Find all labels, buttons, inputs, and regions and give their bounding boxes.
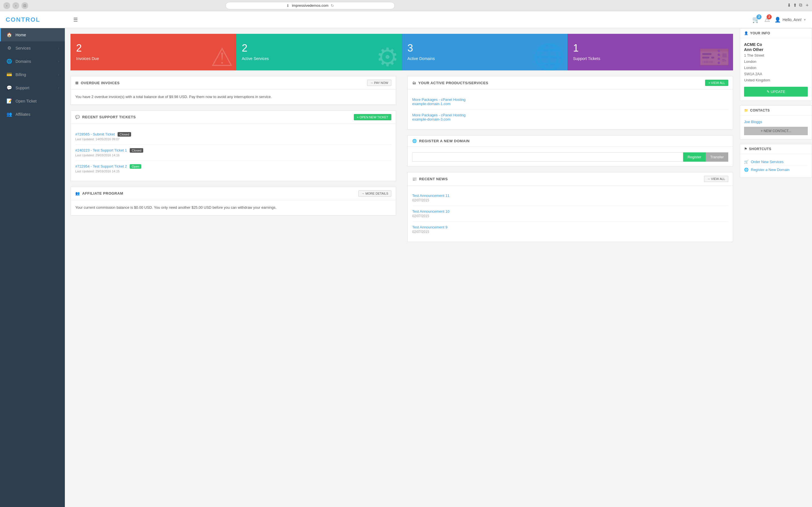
app-logo: CONTROL xyxy=(6,16,70,23)
more-details-button[interactable]: → MORE DETAILS xyxy=(358,190,391,196)
ticket-link-3[interactable]: #722954 - Test Support Ticket 2 xyxy=(75,164,127,168)
user-greeting[interactable]: 👤 Hello, Ann! ▼ xyxy=(774,17,806,23)
affiliate-panel: 👥 AFFILIATE PROGRAM → MORE DETAILS Your … xyxy=(70,187,396,216)
cart-icon-wrap[interactable]: 🛒 2 xyxy=(752,16,760,23)
domain-search-row: Register Transfer xyxy=(412,152,728,162)
stat-card-invoices[interactable]: 2 Invoices Due ⚠ xyxy=(70,34,236,70)
pin-icon[interactable]: ⧉ xyxy=(799,3,802,8)
affiliate-header: 👥 AFFILIATE PROGRAM → MORE DETAILS xyxy=(71,187,396,200)
sidebar-item-affiliates[interactable]: 👥 Affiliates xyxy=(0,108,65,121)
sidebar-label-support: Support xyxy=(15,86,29,90)
tickets-panel-icon: 💬 xyxy=(75,115,80,119)
domains-number: 3 xyxy=(407,42,562,54)
new-contact-button[interactable]: + NEW CONTACT... xyxy=(744,127,808,135)
overdue-invoices-body: You have 2 overdue invoice(s) with a tot… xyxy=(71,90,396,105)
sidebar: 🏠 Home ⚙ Services › 🌐 Domains › 💳 Billin… xyxy=(0,28,65,507)
news-item-1: Test Announcement 11 02/07/2015 xyxy=(412,190,728,206)
your-info-section: 👤 YOUR INFO ACME Co Ann Other 1 The Stre… xyxy=(740,28,812,101)
ticket-link-1[interactable]: #728565 - Submit Ticket xyxy=(75,132,115,136)
user-address: 1 The Street London London SW1A 2AA Unit… xyxy=(744,52,808,83)
view-all-services-button[interactable]: + VIEW ALL xyxy=(705,80,728,86)
active-products-body: More Packages - cPanel Hosting example-d… xyxy=(408,90,733,129)
pocket-icon: ⬇ xyxy=(286,3,290,8)
sidebar-item-support[interactable]: 💬 Support › xyxy=(0,81,65,94)
service-link-1-line2[interactable]: example-domain-1.com xyxy=(412,102,728,106)
service-link-2-line1[interactable]: More Packages - cPanel Hosting xyxy=(412,113,728,117)
hamburger-button[interactable]: ☰ xyxy=(70,15,81,24)
open-new-ticket-button[interactable]: + OPEN NEW TICKET xyxy=(354,114,391,120)
recent-news-header: 📰 RECENT NEWS → VIEW ALL xyxy=(408,172,733,186)
stat-card-domains[interactable]: 3 Active Domains 🌐 xyxy=(402,34,567,70)
pay-now-button[interactable]: → PAY NOW xyxy=(367,80,391,86)
affiliate-body: Your current commission balance is $0.00… xyxy=(71,200,396,215)
ticket-item-2: #240223 - Test Support Ticket 1 Closed L… xyxy=(75,145,391,161)
affiliate-title: 👥 AFFILIATE PROGRAM xyxy=(75,191,123,195)
register-button[interactable]: Register xyxy=(683,152,706,162)
two-col-layout: ⊞ OVERDUE INVOICES → PAY NOW You have 2 … xyxy=(70,76,733,247)
support-tickets-body: #728565 - Submit Ticket Closed Last Upda… xyxy=(71,124,396,181)
support-chevron-icon: › xyxy=(58,86,59,90)
add-icon[interactable]: + xyxy=(806,3,809,8)
sidebar-item-home[interactable]: 🏠 Home xyxy=(0,28,65,41)
news-link-3[interactable]: Test Announcement 9 xyxy=(412,225,728,229)
shortcuts-icon: ⚑ xyxy=(744,147,748,151)
sidebar-label-billing: Billing xyxy=(15,72,26,77)
sidebar-item-services[interactable]: ⚙ Services › xyxy=(0,41,65,55)
app-body: 🏠 Home ⚙ Services › 🌐 Domains › 💳 Billin… xyxy=(0,28,812,507)
news-link-1[interactable]: Test Announcement 11 xyxy=(412,193,728,198)
download-icon[interactable]: ⬇ xyxy=(787,3,791,8)
ticket-date-1: Last Updated: 14/05/2016 09:07 xyxy=(75,137,391,141)
company-name: ACME Co xyxy=(744,42,808,47)
forward-button[interactable]: › xyxy=(12,2,19,9)
service-item-2: More Packages - cPanel Hosting example-d… xyxy=(412,110,728,125)
sidebar-item-billing[interactable]: 💳 Billing › xyxy=(0,68,65,81)
news-date-2: 02/07/2015 xyxy=(412,214,728,218)
service-link-1-line1[interactable]: More Packages - cPanel Hosting xyxy=(412,98,728,102)
service-link-2-line2[interactable]: example-domain-3.com xyxy=(412,117,728,121)
address-line1: 1 The Street xyxy=(744,53,764,57)
sidebar-item-domains[interactable]: 🌐 Domains › xyxy=(0,55,65,68)
overdue-invoices-panel: ⊞ OVERDUE INVOICES → PAY NOW You have 2 … xyxy=(70,76,396,105)
ticket-item-3: #722954 - Test Support Ticket 2 Open Las… xyxy=(75,161,391,176)
home-icon: 🏠 xyxy=(6,32,12,38)
contacts-header: 📁 CONTACTS xyxy=(740,106,812,115)
contacts-section: 📁 CONTACTS Joe Bloggs + NEW CONTACT... xyxy=(740,105,812,139)
alert-badge: 2 xyxy=(767,14,772,19)
update-info-button[interactable]: ✎ UPDATE xyxy=(744,87,808,97)
affiliate-icon: 👥 xyxy=(75,191,80,195)
view-all-news-button[interactable]: → VIEW ALL xyxy=(704,176,728,182)
cart-badge: 2 xyxy=(756,14,762,19)
shortcuts-section: ⚑ SHORTCUTS 🛒 Order New Services 🌐 Regis… xyxy=(740,144,812,178)
shortcut-domain-icon: 🌐 xyxy=(744,168,749,172)
sidebar-label-domains: Domains xyxy=(15,59,31,64)
url-text: impressivedemos.com xyxy=(292,3,328,8)
back-button[interactable]: ‹ xyxy=(3,2,10,9)
sidebar-item-open-ticket[interactable]: 📝 Open Ticket xyxy=(0,94,65,108)
stat-card-services[interactable]: 2 Active Services ⚙ xyxy=(236,34,402,70)
transfer-button[interactable]: Transfer xyxy=(706,152,728,162)
share-icon[interactable]: ⬆ xyxy=(793,3,797,8)
register-domain-body: Register Transfer xyxy=(408,147,733,166)
shortcut-order-link[interactable]: Order New Services xyxy=(751,160,783,164)
address-bar[interactable]: ⬇ impressivedemos.com ↻ xyxy=(225,2,395,9)
reader-view-button[interactable]: ⊡ xyxy=(21,2,28,9)
affiliates-icon: 👥 xyxy=(6,112,12,117)
shortcut-item-domain: 🌐 Register a New Domain xyxy=(744,166,808,173)
domain-search-input[interactable] xyxy=(412,152,683,162)
active-products-header: 🗂 YOUR ACTIVE PRODUCTS/SERVICES + VIEW A… xyxy=(408,76,733,90)
register-domain-panel: 🌐 REGISTER A NEW DOMAIN Register Transfe… xyxy=(407,135,733,166)
news-date-3: 02/07/2015 xyxy=(412,230,728,234)
support-icon: 💬 xyxy=(6,85,12,91)
ticket-date-3: Last Updated: 29/03/2016 14:15 xyxy=(75,170,391,173)
ticket-link-2[interactable]: #240223 - Test Support Ticket 1 xyxy=(75,148,127,152)
stat-card-tickets[interactable]: 1 Support Tickets 🎫 xyxy=(567,34,733,70)
news-link-2[interactable]: Test Announcement 10 xyxy=(412,209,728,214)
shortcut-domain-link[interactable]: Register a New Domain xyxy=(751,168,790,172)
alert-icon-wrap[interactable]: ⚠ 2 xyxy=(764,16,770,23)
reload-icon[interactable]: ↻ xyxy=(331,3,334,8)
products-icon: 🗂 xyxy=(412,81,416,85)
register-domain-title: 🌐 REGISTER A NEW DOMAIN xyxy=(412,139,470,143)
contact-link-joe[interactable]: Joe Bloggs xyxy=(744,120,762,124)
address-line4: SW1A 2AA xyxy=(744,72,762,76)
your-info-header: 👤 YOUR INFO xyxy=(740,29,812,38)
